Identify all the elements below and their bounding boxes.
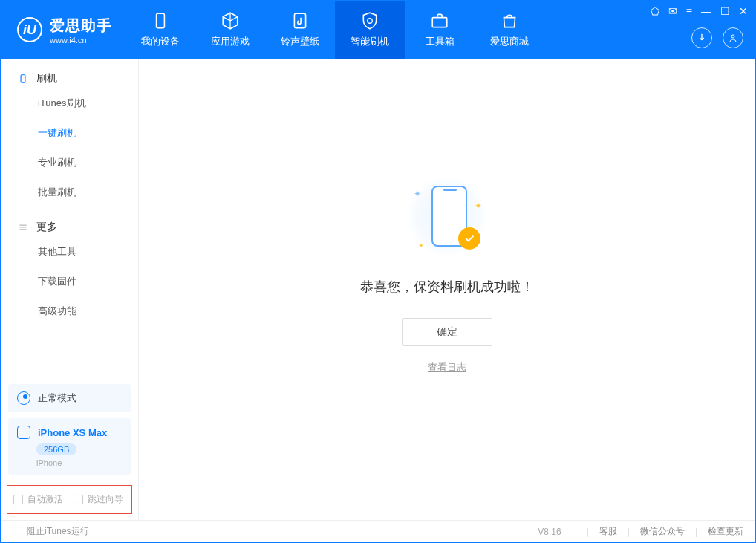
music-file-icon: [290, 11, 310, 30]
device-mode-label: 正常模式: [38, 391, 76, 405]
device-info-box[interactable]: iPhone XS Max 256GB iPhone: [8, 418, 131, 475]
device-small-icon: [17, 426, 30, 439]
logo-icon: iU: [17, 17, 42, 42]
app-logo: iU 爱思助手 www.i4.cn: [1, 1, 126, 59]
checkbox-stop-itunes[interactable]: 阻止iTunes运行: [13, 525, 89, 538]
nav-ringtones[interactable]: 铃声壁纸: [265, 1, 335, 59]
sidebar-item-oneclick-flash[interactable]: 一键刷机: [1, 118, 138, 148]
bag-icon: [500, 11, 519, 30]
device-name: iPhone XS Max: [38, 427, 107, 438]
mode-icon: [17, 391, 30, 405]
sidebar: 刷机 iTunes刷机 一键刷机 专业刷机 批量刷机 更多 其他工具 下载固件 …: [1, 59, 139, 520]
device-storage-badge: 256GB: [36, 443, 76, 455]
view-log-link[interactable]: 查看日志: [428, 361, 466, 374]
svg-rect-4: [21, 75, 25, 83]
device-type: iPhone: [36, 458, 122, 467]
checkbox-skip-wizard[interactable]: 跳过向导: [74, 493, 123, 506]
checkbox-icon: [13, 495, 23, 504]
main-content: ✦ ✦ • 恭喜您，保资料刷机成功啦！ 确定 查看日志: [139, 59, 755, 520]
checkbox-icon: [74, 495, 83, 504]
window-controls: ⬠ ✉ ≡ — ☐ ✕: [651, 5, 748, 17]
device-icon: [151, 11, 170, 30]
sidebar-item-pro-flash[interactable]: 专业刷机: [1, 148, 138, 178]
checkbox-icon: [13, 527, 22, 536]
phone-icon: [17, 73, 29, 85]
feedback-icon[interactable]: ✉: [668, 5, 677, 17]
download-icon: [696, 32, 708, 44]
status-bar: 阻止iTunes运行 V8.16 | 客服 | 微信公众号 | 检查更新: [1, 520, 755, 542]
svg-rect-0: [157, 13, 165, 28]
check-icon: [458, 227, 480, 250]
svg-rect-1: [294, 13, 305, 28]
sidebar-item-advanced[interactable]: 高级功能: [1, 296, 138, 326]
bottom-options-highlighted: 自动激活 跳过向导: [7, 485, 132, 514]
top-nav: 我的设备 应用游戏 铃声壁纸 智能刷机 工具箱 爱思商城: [126, 1, 544, 59]
sidebar-item-itunes-flash[interactable]: iTunes刷机: [1, 88, 138, 118]
checkbox-auto-activate[interactable]: 自动激活: [13, 493, 63, 506]
sidebar-section-more: 更多: [1, 207, 138, 237]
svg-point-3: [731, 35, 734, 38]
close-button[interactable]: ✕: [739, 5, 748, 17]
skin-icon[interactable]: ⬠: [651, 5, 659, 17]
version-label: V8.16: [538, 527, 561, 537]
menu-icon[interactable]: ≡: [686, 5, 692, 17]
sidebar-item-download-firmware[interactable]: 下载固件: [1, 267, 138, 296]
success-message: 恭喜您，保资料刷机成功啦！: [360, 278, 534, 296]
footer-link-update[interactable]: 检查更新: [708, 525, 743, 538]
sidebar-item-other-tools[interactable]: 其他工具: [1, 237, 138, 267]
maximize-button[interactable]: ☐: [720, 5, 730, 17]
cube-icon: [221, 11, 240, 30]
nav-smart-flash[interactable]: 智能刷机: [335, 1, 405, 59]
app-header: iU 爱思助手 www.i4.cn 我的设备 应用游戏 铃声壁纸 智能刷机 工具…: [1, 1, 755, 59]
minimize-button[interactable]: —: [701, 5, 711, 17]
footer-link-cs[interactable]: 客服: [599, 525, 617, 538]
device-mode-box[interactable]: 正常模式: [8, 384, 131, 412]
nav-toolbox[interactable]: 工具箱: [405, 1, 475, 59]
svg-rect-2: [432, 18, 447, 27]
nav-apps-games[interactable]: 应用游戏: [195, 1, 265, 59]
app-subtitle: www.i4.cn: [50, 36, 112, 45]
app-title: 爱思助手: [50, 16, 112, 36]
sidebar-item-batch-flash[interactable]: 批量刷机: [1, 178, 138, 207]
user-button[interactable]: [723, 27, 743, 48]
download-button[interactable]: [691, 27, 712, 48]
header-right-actions: [691, 27, 743, 48]
footer-link-wechat[interactable]: 微信公众号: [640, 525, 685, 538]
briefcase-icon: [430, 11, 449, 30]
user-icon: [727, 32, 739, 44]
sidebar-section-flash: 刷机: [1, 59, 138, 88]
list-icon: [17, 221, 29, 233]
nav-store[interactable]: 爱思商城: [475, 1, 544, 59]
nav-my-device[interactable]: 我的设备: [126, 1, 195, 59]
success-illustration: ✦ ✦ •: [406, 175, 488, 257]
ok-button[interactable]: 确定: [402, 318, 492, 346]
shield-refresh-icon: [360, 11, 379, 30]
